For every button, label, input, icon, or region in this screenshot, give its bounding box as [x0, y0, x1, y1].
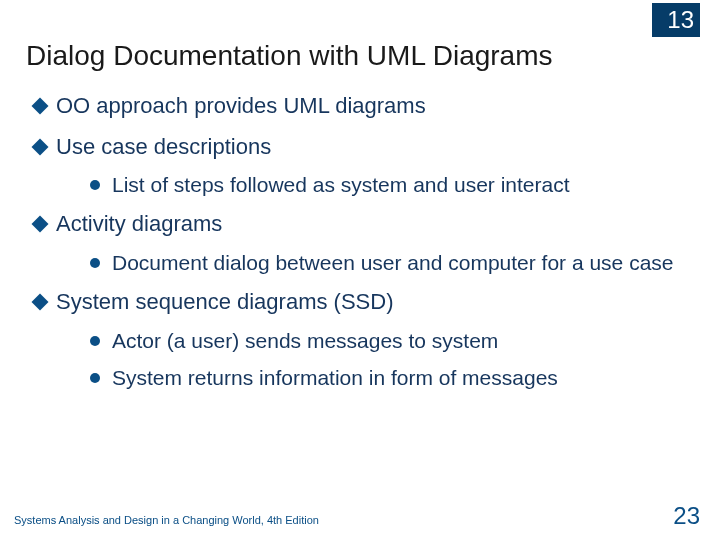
bullet-l2: Document dialog between user and compute… [90, 249, 686, 276]
bullet-l2: Actor (a user) sends messages to system [90, 327, 686, 354]
diamond-icon [32, 138, 49, 155]
dot-icon [90, 336, 100, 346]
bullet-l2-text: Document dialog between user and compute… [112, 249, 674, 276]
bullet-l2: System returns information in form of me… [90, 364, 686, 391]
bullet-l2: List of steps followed as system and use… [90, 171, 686, 198]
diamond-icon [32, 216, 49, 233]
bullet-l2-text: Actor (a user) sends messages to system [112, 327, 498, 354]
chapter-number-box: 13 [652, 3, 700, 37]
footer-source: Systems Analysis and Design in a Changin… [14, 514, 319, 526]
bullet-l1: OO approach provides UML diagrams [34, 92, 696, 121]
slide-content: OO approach provides UML diagrams Use ca… [34, 92, 696, 392]
diamond-icon [32, 98, 49, 115]
dot-icon [90, 180, 100, 190]
page-number: 23 [673, 502, 700, 530]
chapter-number: 13 [667, 6, 694, 34]
slide-title: Dialog Documentation with UML Diagrams [26, 40, 553, 72]
bullet-l1: Use case descriptions [34, 133, 696, 162]
bullet-l1: Activity diagrams [34, 210, 696, 239]
dot-icon [90, 373, 100, 383]
bullet-l1: System sequence diagrams (SSD) [34, 288, 696, 317]
bullet-l2-text: List of steps followed as system and use… [112, 171, 570, 198]
bullet-l1-text: OO approach provides UML diagrams [56, 92, 426, 121]
diamond-icon [32, 294, 49, 311]
bullet-l1-text: Use case descriptions [56, 133, 271, 162]
bullet-l2-text: System returns information in form of me… [112, 364, 558, 391]
bullet-l1-text: Activity diagrams [56, 210, 222, 239]
bullet-l1-text: System sequence diagrams (SSD) [56, 288, 393, 317]
dot-icon [90, 258, 100, 268]
